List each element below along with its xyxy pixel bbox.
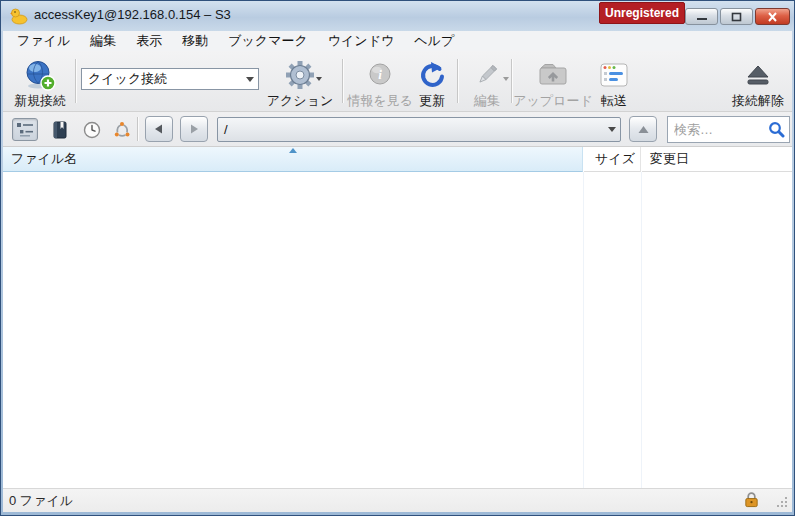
view-history-toggle[interactable]: [79, 118, 105, 141]
forward-arrow-icon: [189, 124, 199, 134]
transfer-window-icon: [600, 63, 628, 87]
menu-window[interactable]: ウインドウ: [318, 30, 405, 52]
gear-icon: [284, 59, 316, 91]
magnifier-icon[interactable]: [768, 121, 785, 138]
view-bonjour-toggle[interactable]: [109, 118, 135, 141]
cyberduck-duck-icon: [10, 7, 28, 25]
title-bar: accessKey1@192.168.0.154 – S3 Unregister…: [1, 1, 794, 31]
edit-button: 編集: [463, 54, 511, 109]
column-divider: [641, 172, 642, 488]
back-button[interactable]: [145, 116, 173, 142]
file-count: 0 ファイル: [9, 492, 73, 510]
refresh-button[interactable]: 更新: [412, 54, 452, 109]
column-divider: [583, 172, 584, 488]
file-table-header: ファイル名 サイズ 変更日: [3, 147, 792, 172]
window-title: accessKey1@192.168.0.154 – S3: [34, 7, 231, 22]
column-header-size[interactable]: サイズ: [584, 147, 641, 172]
svg-text:i: i: [378, 67, 382, 82]
view-browser-toggle[interactable]: [12, 118, 38, 141]
search-input[interactable]: [672, 121, 768, 138]
menu-bar: ファイル 編集 表示 移動 ブックマーク ウインドウ ヘルプ: [3, 31, 792, 51]
resize-grip[interactable]: [775, 495, 789, 509]
history-clock-icon: [83, 121, 101, 139]
new-connection-label: 新規接続: [14, 93, 66, 109]
toolbar-separator: [457, 59, 458, 103]
toolbar-separator: [342, 59, 343, 103]
path-combobox[interactable]: /: [217, 117, 621, 142]
edit-dropdown-icon: [503, 77, 509, 81]
file-list[interactable]: [3, 172, 792, 488]
path-chevron-down-icon[interactable]: [603, 118, 620, 141]
disconnect-label: 接続解除: [732, 93, 784, 109]
chevron-down-icon[interactable]: [241, 69, 258, 89]
window-controls: [685, 8, 790, 25]
column-header-filename-label: ファイル名: [11, 150, 77, 168]
quick-connect-combobox[interactable]: クイック接続: [81, 68, 259, 90]
action-dropdown-icon[interactable]: [316, 77, 322, 81]
disconnect-button[interactable]: 接続解除: [727, 54, 789, 109]
view-bookmarks-toggle[interactable]: [47, 118, 73, 141]
menu-go[interactable]: 移動: [172, 30, 218, 52]
path-value: /: [224, 122, 228, 137]
menu-edit[interactable]: 編集: [80, 30, 126, 52]
toolbar-separator: [75, 59, 76, 103]
info-circle-icon: i: [367, 62, 393, 88]
pencil-icon: [474, 62, 500, 88]
menu-bookmark[interactable]: ブックマーク: [218, 30, 318, 52]
upload-button: アップロード: [517, 54, 589, 109]
column-header-modified-label: 変更日: [650, 150, 689, 168]
navigation-bar: /: [3, 112, 792, 147]
forward-button: [180, 116, 208, 142]
toolbar-separator: [511, 59, 512, 103]
up-arrow-icon: [638, 125, 649, 134]
edit-label: 編集: [474, 93, 500, 109]
bonjour-icon: [113, 121, 131, 138]
refresh-label: 更新: [419, 93, 445, 109]
unregistered-badge[interactable]: Unregistered: [599, 2, 685, 24]
action-label: アクション: [267, 93, 334, 109]
close-icon: [767, 12, 778, 22]
folder-up-icon: [538, 61, 568, 89]
quick-connect-value: クイック接続: [88, 70, 167, 88]
padlock-icon: [743, 491, 760, 508]
get-info-label: 情報を見る: [347, 93, 413, 109]
get-info-button: i 情報を見る: [348, 54, 412, 109]
upload-label: アップロード: [513, 93, 593, 109]
outline-view-icon: [16, 122, 34, 137]
transfers-label: 転送: [601, 93, 627, 109]
menu-file[interactable]: ファイル: [7, 30, 80, 52]
circular-arrow-icon: [418, 61, 446, 89]
transfers-button[interactable]: 転送: [593, 54, 635, 109]
minimize-button[interactable]: [685, 8, 718, 25]
navbar-separator: [137, 117, 138, 141]
toolbar: 新規接続 クイック接続: [3, 51, 792, 112]
menu-view[interactable]: 表示: [126, 30, 172, 52]
close-button[interactable]: [755, 8, 790, 25]
action-button[interactable]: アクション: [265, 54, 335, 109]
maximize-icon: [731, 12, 742, 22]
client-area: ファイル 編集 表示 移動 ブックマーク ウインドウ ヘルプ: [3, 31, 792, 512]
sort-ascending-icon: [289, 148, 297, 153]
column-header-size-label: サイズ: [595, 150, 635, 168]
eject-icon: [744, 62, 772, 88]
up-directory-button[interactable]: [629, 116, 657, 142]
status-bar: 0 ファイル: [3, 488, 792, 512]
back-arrow-icon: [154, 124, 164, 134]
bookmarks-book-icon: [52, 121, 68, 139]
menu-help[interactable]: ヘルプ: [404, 30, 464, 52]
globe-plus-icon: [24, 59, 56, 91]
search-box: [667, 116, 790, 143]
minimize-icon: [696, 12, 708, 21]
column-header-modified[interactable]: 変更日: [642, 147, 792, 172]
new-connection-button[interactable]: 新規接続: [9, 54, 71, 109]
app-window: accessKey1@192.168.0.154 – S3 Unregister…: [0, 0, 795, 516]
maximize-button[interactable]: [720, 8, 753, 25]
